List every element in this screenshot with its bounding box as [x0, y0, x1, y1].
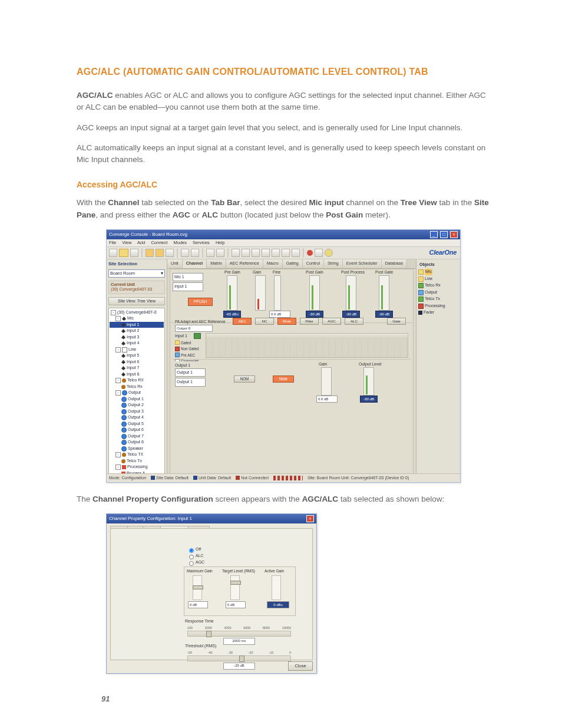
dialog-titlebar[interactable]: Channel Property Configuration: Input 1 …	[107, 514, 316, 523]
toolbar-icon[interactable]	[156, 249, 164, 257]
tree-output[interactable]: Output	[128, 390, 141, 396]
toolbar-icon[interactable]	[232, 249, 240, 257]
collapse-icon[interactable]: -	[115, 390, 121, 396]
object-output[interactable]: Output	[425, 289, 437, 296]
menu-file[interactable]: File	[109, 240, 116, 245]
target-spinner[interactable]: 0 dB	[226, 601, 246, 608]
menu-view[interactable]: View	[122, 240, 131, 245]
window-titlebar[interactable]: Converge Console - Board Room.cvg _ □ ×	[107, 230, 460, 239]
collapse-icon[interactable]: -	[115, 347, 121, 353]
object-processing[interactable]: Processing	[425, 303, 445, 309]
toolbar-icon[interactable]	[262, 249, 270, 257]
tree-item[interactable]: Input 5	[127, 353, 139, 359]
tree-item[interactable]: Speaker	[128, 446, 143, 452]
toolbar-icon[interactable]	[206, 249, 214, 257]
matrix-enable-toggle[interactable]	[194, 333, 201, 339]
menu-modes[interactable]: Modes	[173, 240, 187, 245]
tree-item[interactable]: Output 2	[128, 402, 144, 409]
close-icon[interactable]: ×	[306, 515, 314, 522]
collapse-icon[interactable]: -	[115, 378, 121, 383]
aec-button[interactable]: AEC	[233, 318, 252, 325]
toolbar-icon[interactable]	[252, 249, 260, 257]
maxgain-spinner[interactable]: 0 dB	[188, 601, 208, 608]
record-icon[interactable]	[307, 250, 313, 256]
fine-spinner[interactable]: 0.0 dB	[269, 311, 290, 318]
object-telcotx[interactable]: Telco Tx	[425, 296, 440, 302]
tree-item[interactable]: Output 3	[128, 409, 144, 415]
toolbar-icon[interactable]	[130, 249, 138, 257]
toolbar-icon[interactable]	[315, 249, 323, 257]
menu-help[interactable]: Help	[216, 240, 224, 245]
mute-button[interactable]: Mute	[277, 318, 296, 325]
pa-ref-dropdown[interactable]: Output 8	[175, 325, 213, 332]
toolbar-icon[interactable]	[166, 249, 174, 257]
output-id-field[interactable]: Output 1	[175, 378, 206, 387]
collapse-icon[interactable]: -	[115, 316, 121, 321]
nc-button[interactable]: NC	[255, 318, 274, 325]
tree-item[interactable]: Output 8	[128, 439, 144, 446]
object-telcorx[interactable]: Telco Rx	[425, 282, 441, 289]
output-name-field[interactable]: Output 1	[175, 368, 206, 377]
toolbar-icon[interactable]	[272, 249, 280, 257]
menu-connect[interactable]: Connect	[151, 240, 167, 245]
toolbar-icon[interactable]	[191, 249, 199, 257]
output-mute-button[interactable]: Mute	[273, 375, 294, 383]
tree-item[interactable]: Input 2	[127, 328, 139, 334]
tree-line[interactable]: Line	[128, 347, 136, 353]
tab-aec-reference[interactable]: AEC Reference	[226, 259, 263, 268]
object-mic[interactable]: Mic	[425, 269, 432, 275]
tree-item[interactable]: Output 6	[128, 427, 144, 433]
threshold-spinner[interactable]: -25 dB	[223, 663, 255, 670]
gain-slider[interactable]	[255, 275, 266, 311]
object-line[interactable]: Line	[425, 276, 432, 282]
tree-item[interactable]: Input 3	[127, 334, 139, 341]
tree-telcorx[interactable]: Telco RX	[127, 377, 144, 384]
collapse-icon[interactable]: -	[115, 452, 121, 457]
threshold-slider[interactable]	[187, 655, 291, 661]
collapse-icon[interactable]: -	[111, 310, 116, 315]
alc-button[interactable]: ALC	[345, 318, 363, 325]
matrix-grid[interactable]	[206, 333, 408, 358]
close-button[interactable]: Close	[288, 661, 313, 671]
target-slider[interactable]	[230, 575, 240, 600]
input-id-field[interactable]: Input 1	[173, 282, 203, 291]
help-icon[interactable]	[325, 249, 333, 257]
tree-root[interactable]: (30) Converge840T-0	[117, 309, 157, 316]
menu-add[interactable]: Add	[137, 240, 145, 245]
tab-channel[interactable]: Channel	[183, 259, 207, 268]
tree-telcotx[interactable]: Telco TX	[127, 452, 143, 458]
output-gain-slider[interactable]	[321, 367, 332, 396]
tree-item[interactable]: Telco Rx	[127, 384, 143, 390]
tab-database[interactable]: Database	[382, 259, 408, 268]
toolbar-icon[interactable]	[242, 249, 250, 257]
toolbar-icon[interactable]	[119, 249, 128, 257]
tree-item[interactable]: Output 5	[128, 421, 144, 427]
tree-item[interactable]: Output 1	[128, 396, 144, 403]
radio-off[interactable]: Off	[186, 546, 204, 553]
tree-item[interactable]: Telco Tx	[127, 458, 142, 465]
site-selection-dropdown[interactable]: Board Room ▾	[108, 269, 165, 278]
ppush-button[interactable]: PPUSH	[188, 298, 213, 306]
fine-slider[interactable]	[274, 275, 281, 311]
nom-button[interactable]: NOM	[234, 375, 255, 383]
toolbar-icon[interactable]	[292, 249, 300, 257]
tree-item[interactable]: Input 6	[127, 359, 139, 365]
tab-unit[interactable]: Unit	[167, 259, 183, 268]
toolbar-icon[interactable]	[109, 249, 117, 257]
object-fader[interactable]: Fader	[424, 309, 434, 316]
tab-control[interactable]: Control	[303, 259, 324, 268]
input-name-field[interactable]: Mic 1	[173, 273, 203, 282]
tree-item[interactable]: Output 7	[128, 433, 144, 440]
radio-agc[interactable]: AGC	[186, 559, 204, 566]
tab-string[interactable]: String	[324, 259, 343, 268]
response-time-slider[interactable]	[187, 631, 291, 637]
maxgain-slider[interactable]	[193, 575, 202, 600]
tree-mic[interactable]: Mic	[127, 315, 134, 322]
output-gain-spinner[interactable]: 0.0 dB	[316, 396, 338, 403]
toolbar-icon[interactable]	[282, 249, 290, 257]
tree-item[interactable]: Output 4	[128, 414, 144, 421]
tab-gating[interactable]: Gating	[283, 259, 303, 268]
maximize-icon[interactable]: □	[440, 231, 448, 238]
tab-matrix[interactable]: Matrix	[207, 259, 226, 268]
tab-event-scheduler[interactable]: Event Scheduler	[343, 259, 382, 268]
